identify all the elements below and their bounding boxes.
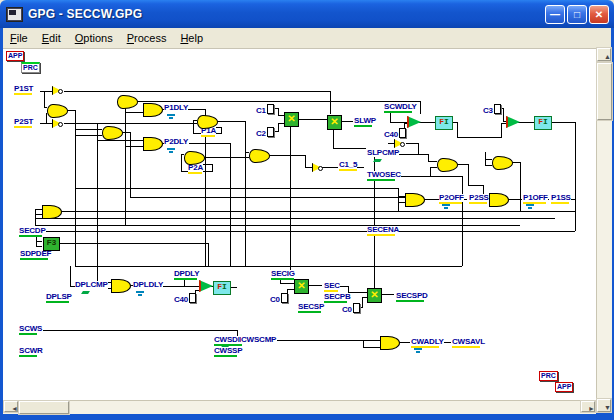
and-gate[interactable] [42,205,62,219]
flipflop-block[interactable]: FI [534,116,552,130]
signal-label-c3[interactable]: C3 [483,104,501,115]
param-box[interactable] [281,293,288,303]
tag-app[interactable]: APP [555,382,573,392]
wire [64,91,330,114]
param-box[interactable] [494,104,501,114]
signal-label-p2dly[interactable]: P2DLY [164,138,188,146]
or-gate[interactable] [47,104,68,118]
signal-label-dpdly[interactable]: DPDLY [174,270,199,278]
wire [57,243,208,266]
signal-label-c1[interactable]: C1 [256,104,274,115]
vertical-scroll-thumb[interactable] [597,63,612,120]
signal-label-p1st[interactable]: P1ST [14,85,33,93]
or-gate[interactable] [249,149,270,163]
and-gate[interactable] [111,279,131,293]
or-gate[interactable] [492,156,513,170]
signal-label-cwadly[interactable]: CWADLY [411,338,444,346]
label-underline-mark [384,111,412,113]
horizontal-scrollbar[interactable]: ◄ ► [3,400,596,414]
not-gate[interactable] [312,163,323,172]
ground-icon [442,204,450,209]
transfer-block[interactable]: ✕ [327,115,342,130]
signal-label-twosec[interactable]: TWOSEC [367,171,401,179]
signal-label-cwssp[interactable]: CWSSP [214,347,242,355]
signal-label-p1ss[interactable]: P1SS [551,194,571,202]
buffer-gate[interactable] [199,280,213,292]
and-gate[interactable] [380,336,400,350]
signal-label-p1off[interactable]: P1OFF [523,194,548,202]
label-underline-mark [14,126,32,128]
signal-label-cwsavl[interactable]: CWSAVL [452,338,485,346]
and-gate[interactable] [405,193,425,207]
scroll-right-button[interactable]: ► [581,401,595,412]
signal-label-p2ss[interactable]: P2SS [469,194,489,202]
param-box[interactable] [353,303,360,313]
signal-label-c0[interactable]: C0 [342,303,360,314]
param-box[interactable] [399,128,406,138]
not-gate[interactable] [52,119,63,128]
horizontal-scroll-thumb[interactable] [19,401,69,414]
and-gate[interactable] [143,137,163,151]
signal-label-p1dly[interactable]: P1DLY [164,104,188,112]
transfer-block[interactable]: ✕ [284,112,299,127]
vertical-scrollbar[interactable]: ▲ ▼ [596,48,612,413]
wire [430,167,437,176]
scroll-left-button[interactable]: ◄ [4,401,18,412]
signal-label-c40[interactable]: C40 [384,128,406,139]
signal-label-scws[interactable]: SCWS [19,325,42,333]
wire [66,110,75,266]
tag-prc[interactable]: PRC [21,62,40,73]
param-box[interactable] [267,127,274,137]
signal-label-secig[interactable]: SECIG [271,270,295,278]
signal-label-cwscmp[interactable]: CWSCMP [241,336,276,344]
signal-label-sec[interactable]: SEC [324,282,340,290]
signal-label-scwr[interactable]: SCWR [19,347,43,355]
ground-icon [526,204,534,209]
signal-label-slwp[interactable]: SLWP [354,117,376,125]
signal-label-secspd[interactable]: SECSPD [396,292,428,300]
signal-label-scwdly[interactable]: SCWDLY [384,103,417,111]
flipflop-block[interactable]: FI [435,116,453,130]
or-gate[interactable] [102,126,123,140]
wire [395,154,437,161]
signal-label-secdp[interactable]: SECDP [19,227,46,235]
not-gate[interactable] [394,139,405,148]
signal-label-p2a[interactable]: P2A [188,164,203,172]
scroll-up-button[interactable]: ▲ [597,48,611,61]
scroll-down-button[interactable]: ▼ [597,399,611,412]
tag-prc[interactable]: PRC [539,371,558,381]
signal-label-p2st[interactable]: P2ST [14,118,33,126]
signal-label-secena[interactable]: SECENA [367,226,399,234]
signal-label-sdpdef[interactable]: SDPDEF [20,250,51,258]
signal-label-c0[interactable]: C0 [270,293,288,304]
label-underline-mark [452,346,480,348]
or-gate[interactable] [437,158,458,172]
signal-label-secpb[interactable]: SECPB [324,293,351,301]
transfer-block[interactable]: ✕ [294,279,309,294]
signal-label-dplsp[interactable]: DPLSP [46,293,72,301]
param-box[interactable] [267,104,274,114]
and-gate[interactable] [489,193,509,207]
and-gate[interactable] [143,103,163,117]
signal-label-secsp[interactable]: SECSP [298,303,324,311]
signal-label-dpldly[interactable]: DPLDLY [133,281,163,289]
param-box[interactable] [189,293,196,303]
function-block[interactable]: F3 [43,237,60,251]
not-gate[interactable] [52,86,63,95]
signal-label-c1_5[interactable]: C1_5 [339,161,357,169]
transfer-block[interactable]: ✕ [367,288,382,303]
signal-label-cwsdif[interactable]: CWSDIF [214,336,244,344]
signal-label-c40[interactable]: C40 [174,293,196,304]
label-underline-mark [174,278,197,280]
signal-label-c2[interactable]: C2 [256,127,274,138]
signal-label-p2off[interactable]: P2OFF [439,194,464,202]
flipflop-block[interactable]: FI [213,281,231,295]
signal-label-slpcmp[interactable]: SLPCMP [367,149,399,157]
label-underline-mark [367,179,395,181]
buffer-gate[interactable] [506,116,520,128]
tag-app[interactable]: APP [6,51,24,61]
label-underline-mark [19,355,37,357]
or-gate[interactable] [117,95,138,109]
buffer-gate[interactable] [407,116,421,128]
signal-label-dplcmp[interactable]: DPLCMP [75,281,108,289]
